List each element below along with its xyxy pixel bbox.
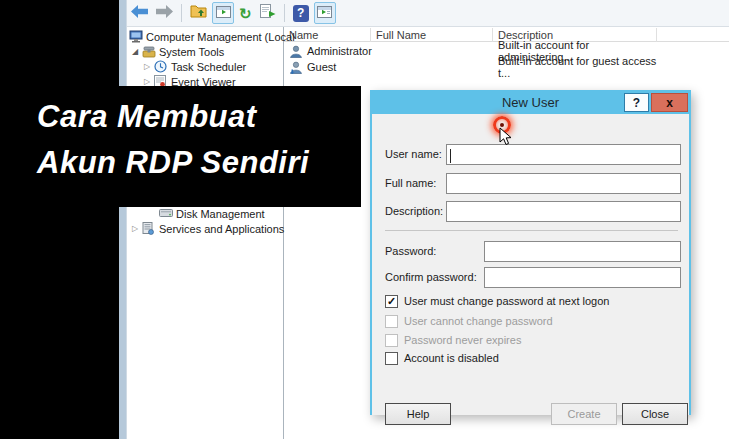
forward-icon <box>156 4 173 22</box>
help-button-dialog[interactable]: Help <box>385 403 451 425</box>
tree-item-task-scheduler[interactable]: Task Scheduler <box>144 59 246 74</box>
checkbox-label: User cannot change password <box>404 315 553 327</box>
checkbox-checked-icon[interactable]: ✓ <box>385 295 398 308</box>
action-pane-toggle-icon <box>317 4 332 22</box>
banner-line-1: Cara Membuat <box>37 94 361 140</box>
refresh-icon: ↻ <box>239 6 252 21</box>
tree-item-system-tools[interactable]: System Tools <box>132 44 224 59</box>
description-input[interactable] <box>446 201 681 222</box>
section-separator <box>385 230 678 231</box>
tree-item-label: System Tools <box>159 46 224 58</box>
checkbox-label: Account is disabled <box>404 352 499 364</box>
dialog-title-bar[interactable]: New User ? x <box>372 92 689 114</box>
user-name-cell: Administrator <box>307 45 372 57</box>
export-list-button[interactable] <box>257 2 279 25</box>
forward-button[interactable] <box>153 2 176 25</box>
full-name-input[interactable] <box>446 173 681 194</box>
toolbar: ↻ ? <box>127 0 729 27</box>
tree-item-label: Services and Applications <box>159 223 284 235</box>
checkbox-unchecked-icon[interactable] <box>385 315 398 328</box>
checkbox-label: Password never expires <box>404 334 521 346</box>
caption-banner: Cara Membuat Akun RDP Sendiri <box>0 86 361 207</box>
dialog-body: User name: Full name: Description: Passw… <box>372 114 689 415</box>
full-name-cell <box>371 43 493 59</box>
window-frame-edge <box>119 0 127 439</box>
user-row-guest[interactable]: Guest Built-in account for guest access … <box>284 59 729 75</box>
column-header-full-name[interactable]: Full Name <box>371 28 493 42</box>
guest-user-icon <box>289 61 303 74</box>
banner-line-2: Akun RDP Sendiri <box>37 140 361 186</box>
mouse-cursor-icon <box>499 127 512 150</box>
confirm-password-label: Confirm password: <box>385 267 477 288</box>
tree-item-services-and-applications[interactable]: Services and Applications <box>132 221 284 236</box>
description-label: Description: <box>385 201 443 222</box>
tools-icon <box>142 45 156 58</box>
expander-icon[interactable] <box>132 47 142 56</box>
checkbox-label: User must change password at next logon <box>404 295 609 307</box>
checkbox-unchecked-icon[interactable] <box>385 334 398 347</box>
console-tree-toggle-icon <box>216 4 231 22</box>
toolbar-separator <box>181 4 182 22</box>
password-label: Password: <box>385 241 436 262</box>
user-icon <box>289 45 303 58</box>
tree-item-disk-management[interactable]: Disk Management <box>159 206 265 221</box>
back-icon <box>131 4 148 22</box>
new-user-dialog: New User ? x User name: Full name: Descr… <box>370 90 691 415</box>
export-list-icon <box>260 4 276 22</box>
dialog-help-button[interactable]: ? <box>624 93 649 112</box>
expander-icon[interactable] <box>144 62 154 71</box>
text-caret <box>450 149 451 163</box>
tree-item-computer-management[interactable]: Computer Management (Local <box>129 29 295 44</box>
disk-icon <box>159 207 173 220</box>
folder-up-icon <box>190 4 207 22</box>
checkbox-password-never-expires[interactable]: Password never expires <box>385 333 521 347</box>
tree-item-label: Task Scheduler <box>171 61 246 73</box>
expander-icon[interactable] <box>132 224 142 233</box>
checkbox-account-is-disabled[interactable]: Account is disabled <box>385 351 499 365</box>
console-tree-toggle-button[interactable] <box>212 2 234 24</box>
full-name-label: Full name: <box>385 173 436 194</box>
help-button[interactable]: ? <box>290 2 312 25</box>
back-button[interactable] <box>128 2 151 25</box>
action-pane-toggle-button[interactable] <box>314 2 336 24</box>
clock-icon <box>154 60 168 73</box>
refresh-button[interactable]: ↻ <box>236 2 255 25</box>
tree-item-label: Computer Management (Local <box>146 31 295 43</box>
help-icon: ? <box>293 5 309 22</box>
description-cell: Built-in account for guest access t... <box>498 59 662 75</box>
full-name-cell <box>371 59 493 75</box>
checkbox-user-cannot-change-password[interactable]: User cannot change password <box>385 314 553 328</box>
user-name-label: User name: <box>385 144 442 165</box>
tree-item-label: Disk Management <box>176 208 265 220</box>
screenshot-root: { "banner": { "line1": "Cara Membuat", "… <box>0 0 729 439</box>
user-name-cell: Guest <box>307 61 336 73</box>
dialog-close-button[interactable]: x <box>651 93 688 112</box>
create-button[interactable]: Create <box>551 403 617 425</box>
close-button[interactable]: Close <box>622 403 688 425</box>
computer-icon <box>129 30 143 43</box>
confirm-password-input[interactable] <box>484 267 681 288</box>
checkbox-unchecked-icon[interactable] <box>385 352 398 365</box>
services-icon <box>142 222 156 235</box>
toolbar-separator <box>284 4 285 22</box>
column-header-name[interactable]: Name <box>284 28 371 42</box>
checkbox-user-must-change-password[interactable]: ✓ User must change password at next logo… <box>385 294 609 308</box>
up-level-button[interactable] <box>187 2 210 25</box>
expander-icon[interactable] <box>144 77 154 86</box>
user-name-input[interactable] <box>446 144 681 165</box>
left-black-strip <box>0 0 119 439</box>
password-input[interactable] <box>484 241 681 262</box>
